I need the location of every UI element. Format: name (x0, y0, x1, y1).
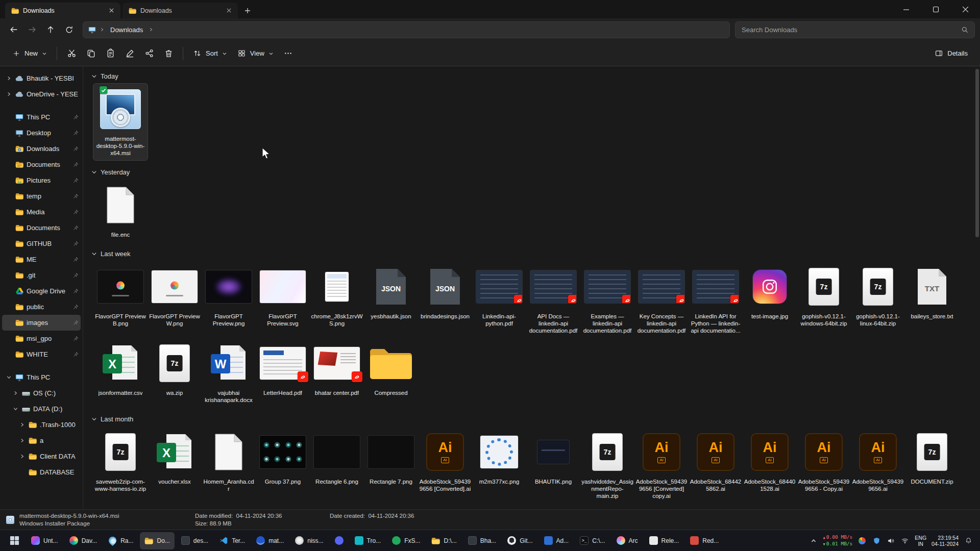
checkbox-checked-icon[interactable] (100, 86, 107, 94)
view-button[interactable]: View (232, 44, 279, 63)
sidebar-item-public[interactable]: public (2, 299, 81, 315)
group-header-today[interactable]: Today (91, 69, 973, 83)
start-button[interactable] (4, 532, 24, 549)
file-tile-jsonformatter-csv[interactable]: Xjsonformatter.csv (93, 338, 148, 400)
taskbar-app-mat[interactable]: mat... (252, 532, 288, 549)
sidebar-item-white[interactable]: WHITE (2, 346, 81, 362)
file-tile-adobestock-594399656-ai[interactable]: AiAIAdobeStock_594399656.ai (851, 427, 905, 496)
notification-bell-icon[interactable] (964, 536, 973, 545)
file-tile-chrome-j8sk1zrvws-png[interactable]: chrome_J8sk1zrvWS.png (310, 261, 364, 331)
rename-button[interactable] (120, 44, 139, 63)
taskbar-app-do[interactable]: Do... (140, 532, 174, 549)
file-tile-vajubhai-krishanapark-docx[interactable]: Wvajubhai krishanapark.docx (202, 338, 256, 407)
file-tile-m2m377xc-png[interactable]: m2m377xc.png (472, 427, 526, 489)
details-pane-button[interactable]: Details (929, 44, 973, 63)
network-speed-widget[interactable]: ▲0.00 MB/s ▼0.01 MB/s (823, 534, 853, 547)
file-tile-saveweb2zip-com-www-harness-io-zip[interactable]: 7zsaveweb2zip-com-www-harness-io.zip (93, 427, 148, 496)
tab-close-icon[interactable] (106, 6, 116, 16)
maximize-button[interactable] (921, 0, 950, 18)
file-tile-test-image-jpg[interactable]: test-image.jpg (743, 261, 797, 323)
sidebar-item-this-pc[interactable]: This PC (2, 369, 81, 385)
file-tile-rectangle-7-png[interactable]: Rectangle 7.png (364, 427, 418, 489)
taskbar-app-niss[interactable]: niss... (290, 532, 328, 549)
file-tile-rectangle-6-png[interactable]: Rectangle 6.png (310, 427, 364, 489)
chevron-right-icon[interactable] (5, 76, 12, 81)
chevron-right-icon[interactable] (18, 454, 26, 459)
file-tile-bhautik-png[interactable]: BHAUTIK.png (526, 427, 580, 489)
up-button[interactable] (42, 21, 59, 38)
taskbar-app-unt[interactable]: Unt... (27, 532, 63, 549)
refresh-button[interactable] (60, 21, 78, 38)
sidebar-item-media[interactable]: Media (2, 204, 81, 220)
file-tile-flavorgpt-preview-png[interactable]: FlavorGPT Preview.png (202, 261, 256, 331)
sidebar-item-temp[interactable]: temp (2, 188, 81, 204)
chevron-right-icon[interactable] (12, 391, 19, 395)
file-tile-brindadesings-json[interactable]: JSONbrindadesings.json (418, 261, 472, 323)
file-tile-adobestock-594399656-converted-copy-ai[interactable]: AiAIAdobeStock_594399656 [Converted] cop… (634, 427, 689, 503)
sidebar-item-google-drive[interactable]: Google Drive (2, 283, 81, 299)
new-button[interactable]: New (7, 44, 52, 63)
file-tile-gophish-v0-12-1-linux-64bit-zip[interactable]: 7zgophish-v0.12.1-linux-64bit.zip (851, 261, 905, 331)
tray-chevron-icon[interactable] (809, 536, 818, 545)
file-tile-gophish-v0-12-1-windows-64bit-zip[interactable]: 7zgophish-v0.12.1-windows-64bit.zip (797, 261, 851, 331)
file-tile-key-concepts-linkedin-api-documentation-pdf[interactable]: Key Concepts — linkedin-api documentatio… (634, 261, 689, 338)
file-tile-group-37-png[interactable]: Group 37.png (256, 427, 310, 489)
tab-close-icon[interactable] (224, 6, 234, 16)
file-tile-homem-aranha-cdr[interactable]: Homem_Aranha.cdr (202, 427, 256, 496)
sidebar-item-documents[interactable]: Documents (2, 220, 81, 236)
chevron-right-icon[interactable] (18, 438, 26, 443)
group-header-last-month[interactable]: Last month (91, 412, 973, 425)
group-header-yesterday[interactable]: Yesterday (91, 165, 973, 179)
file-tile-flavorgpt-preview-b-png[interactable]: FlavorGPT Preview B.png (93, 261, 148, 331)
file-tile-yesbhautik-json[interactable]: JSONyesbhautik.json (364, 261, 418, 323)
sidebar-item-desktop[interactable]: Desktop (2, 125, 81, 141)
file-tile-file-enc[interactable]: file.enc (93, 180, 148, 242)
sidebar-item-git[interactable]: .git (2, 267, 81, 283)
search-icon[interactable] (961, 26, 968, 33)
vertical-scrollbar[interactable] (975, 67, 979, 508)
taskbar-app-discord[interactable] (330, 532, 348, 549)
security-shield-icon[interactable] (872, 536, 881, 545)
sidebar-item-onedrive-yese[interactable]: OneDrive - YESE (2, 86, 81, 102)
taskbar-app-ter[interactable]: Ter... (215, 532, 250, 549)
sidebar-item-msi-gpo[interactable]: msi_gpo (2, 331, 81, 346)
address-bar[interactable]: Downloads (83, 21, 730, 38)
search-input[interactable]: Search Downloads (735, 21, 975, 38)
taskbar-app-des[interactable]: des... (177, 532, 213, 549)
taskbar-app-git[interactable]: Git... (503, 532, 537, 549)
taskbar-app-c[interactable]: >_C:\... (575, 532, 609, 549)
sidebar-item-os-c[interactable]: OS (C:) (2, 385, 81, 401)
paste-button[interactable] (101, 44, 120, 63)
minimize-button[interactable] (891, 0, 921, 18)
sidebar-item-database[interactable]: DATABASE (2, 464, 81, 480)
sidebar-item-bhautik-yesbi[interactable]: Bhautik - YESBI (2, 70, 81, 86)
sidebar-item-downloads[interactable]: Downloads (2, 141, 81, 157)
sidebar-item-documents[interactable]: Documents (2, 157, 81, 172)
taskbar-app-red[interactable]: Red... (685, 532, 723, 549)
tab-downloads-2[interactable]: Downloads (122, 3, 238, 18)
file-tile-adobestock-684401528-ai[interactable]: AiAIAdobeStock_684401528.ai (743, 427, 797, 496)
browser-tray-icon[interactable] (857, 536, 867, 545)
copy-button[interactable] (81, 44, 101, 63)
taskbar-app-tro[interactable]: Tro... (350, 532, 386, 549)
file-tile-document-zip[interactable]: 7zDOCUMENT.zip (905, 427, 959, 489)
taskbar-app-dav[interactable]: Dav... (65, 532, 102, 549)
file-tile-flavorgpt-preview-svg[interactable]: FlavorGPT Preview.svg (256, 261, 310, 331)
chevron-down-icon[interactable] (12, 407, 19, 411)
sort-button[interactable]: Sort (188, 44, 232, 63)
sidebar-item-trash-1000[interactable]: .Trash-1000 (2, 417, 81, 433)
sidebar-item-client-data[interactable]: Client DATA (2, 448, 81, 464)
chevron-right-icon[interactable] (5, 92, 12, 96)
group-header-last-week[interactable]: Last week (91, 247, 973, 260)
share-button[interactable] (139, 44, 159, 63)
file-tile-adobestock-594399656-copy-ai[interactable]: AiAIAdobeStock_594399656 - Copy.ai (797, 427, 851, 496)
file-tile-adobestock-594399656-converted-ai[interactable]: AiAIAdobeStock_594399656 [Converted].ai (418, 427, 472, 496)
file-tile-wa-zip[interactable]: 7zwa.zip (148, 338, 202, 400)
sidebar-item-images[interactable]: images (2, 315, 81, 331)
more-options-button[interactable] (279, 44, 298, 63)
new-tab-button[interactable] (240, 3, 255, 18)
file-tile-linkedin-api-python-pdf[interactable]: Linkedin-api-python.pdf (472, 261, 526, 331)
file-tile-flavorgpt-preview-w-png[interactable]: FlavorGPT Preview W.png (148, 261, 202, 331)
taskbar-app-ra[interactable]: Ra... (104, 532, 138, 549)
breadcrumb-downloads[interactable]: Downloads (108, 25, 145, 35)
